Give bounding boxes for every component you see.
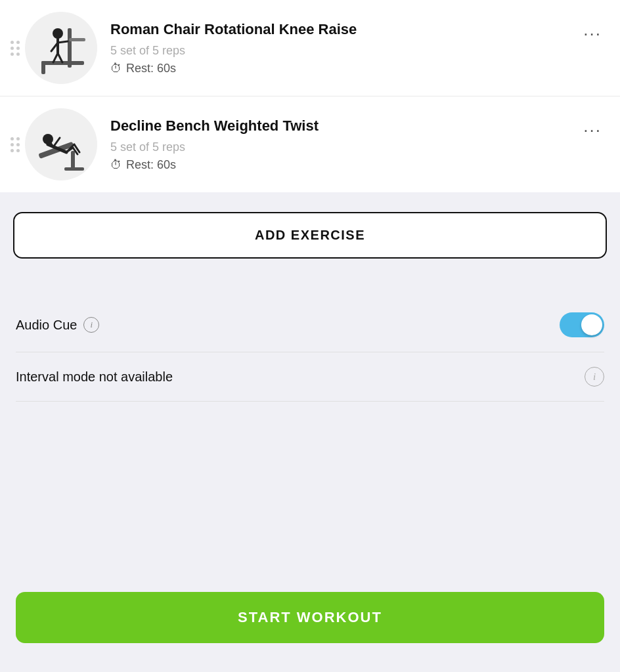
svg-line-7 (58, 41, 68, 43)
toggle-thumb (581, 314, 602, 335)
audio-cue-label-group: Audio Cue i (16, 317, 99, 333)
exercise-sets-1: 5 set of 5 reps (110, 44, 575, 58)
exercise-name-2: Decline Bench Weighted Twist (110, 117, 575, 136)
svg-rect-12 (64, 167, 84, 171)
exercise-info-2: Decline Bench Weighted Twist 5 set of 5 … (110, 117, 575, 173)
decline-bench-icon (28, 112, 94, 177)
audio-cue-info-icon[interactable]: i (83, 317, 99, 333)
exercise-sets-2: 5 set of 5 reps (110, 140, 575, 154)
rest-value-2: Rest: 60s (126, 158, 176, 172)
rest-value-1: Rest: 60s (126, 62, 176, 75)
exercise-rest-2: ⏱ Rest: 60s (110, 158, 575, 172)
audio-cue-label: Audio Cue (16, 318, 77, 333)
exercise-rest-1: ⏱ Rest: 60s (110, 62, 575, 75)
add-exercise-section: ADD EXERCISE (0, 192, 620, 278)
drag-handle-1[interactable] (5, 41, 25, 56)
rest-icon-1: ⏱ (110, 62, 122, 75)
interval-mode-row: Interval mode not available i (16, 352, 604, 402)
bottom-section: START WORKOUT (0, 576, 620, 672)
roman-chair-icon (28, 15, 94, 81)
svg-rect-3 (69, 38, 85, 41)
exercise-name-1: Roman Chair Rotational Knee Raise (110, 20, 575, 39)
audio-cue-row: Audio Cue i (16, 298, 604, 352)
add-exercise-button[interactable]: ADD EXERCISE (13, 212, 607, 259)
interval-info-icon[interactable]: i (585, 367, 604, 387)
svg-line-16 (53, 138, 60, 147)
exercise-image-2 (25, 108, 97, 180)
exercise-item-2: Decline Bench Weighted Twist 5 set of 5 … (0, 96, 620, 192)
more-button-1[interactable]: ... (575, 14, 609, 45)
svg-line-9 (58, 53, 62, 62)
svg-point-4 (53, 28, 63, 39)
interval-mode-label: Interval mode not available (16, 369, 173, 385)
rest-icon-2: ⏱ (110, 158, 122, 172)
more-button-2[interactable]: ... (575, 111, 609, 142)
exercise-image-1 (25, 12, 97, 84)
settings-section: Audio Cue i Interval mode not available … (0, 278, 620, 576)
exercise-item-1: Roman Chair Rotational Knee Raise 5 set … (0, 0, 620, 96)
svg-rect-2 (41, 61, 45, 74)
drag-handle-2[interactable] (5, 137, 25, 152)
start-workout-button[interactable]: START WORKOUT (16, 592, 604, 643)
svg-line-8 (53, 53, 58, 62)
audio-cue-toggle[interactable] (560, 312, 604, 337)
exercise-info-1: Roman Chair Rotational Knee Raise 5 set … (110, 20, 575, 76)
exercise-list: Roman Chair Rotational Knee Raise 5 set … (0, 0, 620, 192)
